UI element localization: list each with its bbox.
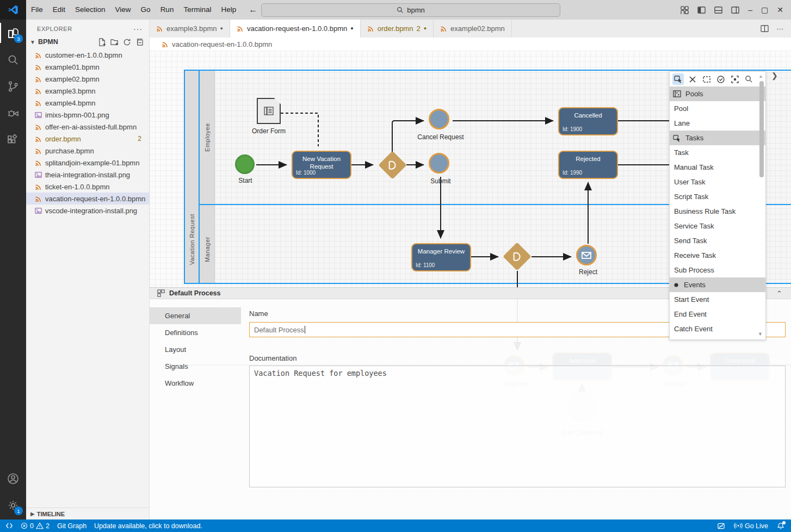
validate-tool-icon[interactable]	[715, 73, 726, 85]
palette-item-receive-task[interactable]: Receive Task	[670, 248, 765, 263]
panel-expand-icon[interactable]: ⌃	[776, 289, 782, 298]
activity-explorer-button[interactable]: 3	[0, 20, 26, 46]
palette-item-task[interactable]: Task	[670, 145, 765, 160]
new-folder-icon[interactable]	[110, 38, 119, 46]
menu-terminal[interactable]: Terminal	[178, 0, 216, 20]
documentation-textarea[interactable]: Vacation Request for employees	[249, 366, 786, 487]
modified-dot-icon[interactable]: ●	[220, 26, 223, 31]
file-item-example3.bpmn[interactable]: example3.bpmn	[26, 85, 149, 97]
sync-disabled-icon[interactable]	[717, 522, 725, 530]
menu-edit[interactable]: Edit	[48, 0, 70, 20]
menu-help[interactable]: Help	[216, 0, 241, 20]
task-manager-review[interactable]: Manager Review Id: 1100	[411, 243, 471, 271]
file-item-vacation-request-en-1.0.0.bpmn[interactable]: vacation-request-en-1.0.0.bpmn	[26, 193, 149, 205]
accounts-button[interactable]	[0, 465, 26, 492]
delete-tool-icon[interactable]	[687, 73, 698, 85]
palette-item-service-task[interactable]: Service Task	[670, 219, 765, 233]
palette-item-user-task[interactable]: User Task	[670, 175, 765, 189]
task-cancelled[interactable]: Cancelled Id: 1900	[558, 107, 618, 135]
new-file-icon[interactable]	[98, 38, 106, 46]
task-new-vacation-request[interactable]: New Vacation Request Id: 1000	[292, 151, 351, 179]
notifications-bell-icon[interactable]	[777, 522, 784, 530]
palette-item-throw-event[interactable]: Throw Event	[670, 336, 765, 340]
fit-to-screen-tool-icon[interactable]	[729, 73, 740, 85]
panel-tab-layout[interactable]: Layout	[150, 341, 241, 358]
menu-file[interactable]: File	[26, 0, 48, 20]
file-item-example02.bpmn[interactable]: example02.bpmn	[26, 73, 149, 85]
event-reject-message[interactable]	[576, 245, 597, 265]
modified-dot-icon[interactable]: ●	[350, 26, 353, 31]
menu-selection[interactable]: Selection	[70, 0, 110, 20]
palette-item-catch-event[interactable]: Catch Event	[670, 321, 765, 336]
command-center-search[interactable]: bpmn	[261, 3, 560, 17]
layout-grid-icon[interactable]	[681, 6, 689, 14]
panel-tab-definitions[interactable]: Definitions	[150, 324, 241, 341]
file-item-imixs-bpmn-001.png[interactable]: imixs-bpmn-001.png	[26, 109, 149, 121]
palette-item-business-rule-task[interactable]: Business Rule Task	[670, 204, 765, 219]
scroll-up-icon[interactable]: ▲	[758, 73, 763, 79]
explorer-more-icon[interactable]: ···	[133, 24, 143, 33]
file-item-ticket-en-1.0.0.bpmn[interactable]: ticket-en-1.0.0.bpmn	[26, 181, 149, 193]
palette-item-sub-process[interactable]: Sub Process	[670, 263, 765, 277]
palette-item-end-event[interactable]: End Event	[670, 307, 765, 321]
event-cancel-request[interactable]	[429, 109, 449, 129]
toggle-panel-icon[interactable]	[714, 6, 722, 14]
tab-vacation-request-en-1.0.0.bpmn[interactable]: vacation-request-en-1.0.0.bpmn●	[230, 20, 361, 38]
activity-source-control-button[interactable]	[0, 73, 26, 100]
palette-section-pools[interactable]: Pools	[670, 86, 765, 101]
window-minimize-button[interactable]: –	[748, 0, 752, 20]
event-submit[interactable]	[429, 153, 449, 174]
file-item-splitandjoin-example-01.bpmn[interactable]: splitandjoin-example-01.bpmn	[26, 157, 149, 169]
palette-item-manual-task[interactable]: Manual Task	[670, 160, 765, 175]
file-item-vscode-integration-install.png[interactable]: vscode-integration-install.png	[26, 205, 149, 216]
palette-scrollbar[interactable]	[759, 81, 764, 177]
palette-item-lane[interactable]: Lane	[670, 116, 765, 131]
palette-item-send-task[interactable]: Send Task	[670, 233, 765, 248]
collapse-all-icon[interactable]	[135, 38, 144, 46]
tab-example02.bpmn[interactable]: example02.bpmn	[434, 20, 512, 38]
nav-back-icon[interactable]: ←	[249, 5, 257, 15]
palette-section-events[interactable]: Events	[670, 277, 765, 292]
tab-example3.bpmn[interactable]: example3.bpmn●	[150, 20, 230, 38]
file-item-order.bpmn[interactable]: order.bpmn2	[26, 133, 149, 145]
canvas-expand-chevron-icon[interactable]: ❯	[771, 71, 778, 80]
panel-tab-workflow[interactable]: Workflow	[150, 375, 241, 392]
task-rejected[interactable]: Rejected Id: 1990	[558, 151, 618, 179]
panel-tab-general[interactable]: General	[150, 307, 241, 324]
file-item-customer-en-1.0.0.bpmn[interactable]: customer-en-1.0.0.bpmn	[26, 49, 149, 61]
marquee-tool-icon[interactable]	[701, 73, 712, 85]
start-event[interactable]	[235, 154, 255, 174]
update-notice[interactable]: Update available, click to download.	[94, 522, 202, 530]
file-item-example01.bpmn[interactable]: example01.bpmn	[26, 61, 149, 73]
menu-view[interactable]: View	[110, 0, 136, 20]
palette-item-script-task[interactable]: Script Task	[670, 189, 765, 204]
activity-extensions-button[interactable]	[0, 126, 26, 153]
palette-section-tasks[interactable]: Tasks	[670, 131, 765, 145]
data-object-order-form[interactable]	[257, 98, 281, 124]
file-item-theia-integration-install.png[interactable]: theia-integration-install.png	[26, 169, 149, 181]
editor-more-actions-icon[interactable]: ···	[776, 24, 783, 33]
activity-run-debug-button[interactable]	[0, 100, 26, 126]
palette-item-pool[interactable]: Pool	[670, 101, 765, 116]
modified-dot-icon[interactable]: ●	[424, 26, 427, 31]
problems-indicator[interactable]: 0 2	[21, 522, 50, 530]
palette-search-icon[interactable]	[743, 73, 755, 85]
tab-order.bpmn[interactable]: order.bpmn2●	[361, 20, 434, 38]
window-maximize-button[interactable]: ▢	[761, 0, 768, 20]
toggle-sidebar-icon[interactable]	[697, 6, 706, 14]
git-graph-button[interactable]: Git Graph	[57, 522, 86, 530]
palette-item-start-event[interactable]: Start Event	[670, 292, 765, 307]
go-live-button[interactable]: Go Live	[734, 522, 768, 530]
file-item-example4.bpmn[interactable]: example4.bpmn	[26, 97, 149, 109]
explorer-section-bpmn[interactable]: ▼ BPMN	[26, 36, 149, 48]
window-close-button[interactable]: ✕	[777, 0, 783, 20]
breadcrumb[interactable]: vacation-request-en-1.0.0.bpmn	[150, 38, 791, 51]
split-editor-icon[interactable]	[761, 24, 769, 33]
refresh-icon[interactable]	[123, 38, 131, 46]
menu-go[interactable]: Go	[136, 0, 156, 20]
remote-window-icon[interactable]	[5, 522, 13, 529]
scroll-down-icon[interactable]: ▼	[758, 331, 763, 337]
timeline-section[interactable]: ▶ TIMELINE	[26, 508, 149, 519]
selection-tool-icon[interactable]	[672, 73, 684, 85]
activity-search-button[interactable]	[0, 46, 26, 73]
